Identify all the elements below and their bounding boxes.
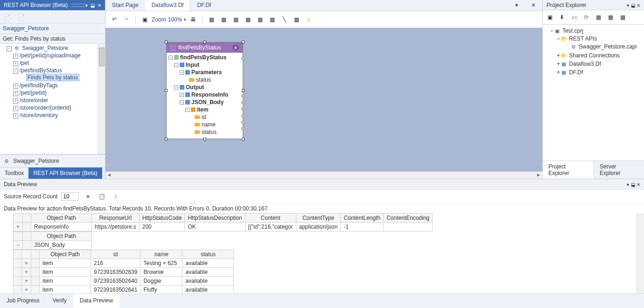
project-root[interactable]: Test.cprj [562, 28, 583, 34]
output-port[interactable] [241, 114, 245, 117]
tb-icon-6[interactable]: ▦ [605, 12, 616, 22]
output-port[interactable] [241, 121, 245, 123]
expand-icon[interactable]: + [557, 52, 560, 59]
add-doc-icon[interactable]: 📄 [2, 12, 12, 22]
output-port[interactable] [241, 127, 245, 130]
close-icon[interactable]: ✕ [525, 0, 542, 11]
resize-handle[interactable] [165, 89, 168, 92]
column-header[interactable]: id [91, 250, 140, 259]
tree-item[interactable]: /pet/{petId}/uploadImage [20, 52, 81, 59]
dropdown-icon[interactable]: ▾ [627, 3, 629, 8]
chevron-down-icon[interactable]: ▾ [184, 17, 186, 22]
collapse-icon[interactable]: − [13, 69, 18, 74]
column-header[interactable]: Content [245, 214, 296, 223]
file-swagger[interactable]: Swagger_Petstore.capi [579, 43, 637, 50]
line-icon[interactable]: ╲ [279, 14, 289, 25]
column-header[interactable]: Object Path [31, 232, 92, 241]
expand-icon[interactable]: + [13, 91, 18, 96]
expand-icon[interactable]: + [180, 93, 184, 97]
zoom-fit-icon[interactable]: ▣ [140, 14, 150, 25]
collapse-row-icon[interactable]: − [14, 241, 23, 250]
tab-job-progress[interactable]: Job Progress [0, 294, 46, 308]
vertical-scrollbar[interactable] [98, 44, 105, 154]
collapse-icon[interactable]: − [180, 70, 184, 75]
redo-icon[interactable]: ↷ [121, 14, 132, 25]
close-icon[interactable]: ✕ [98, 3, 101, 8]
column-header[interactable]: HttpStatusDescription [185, 214, 245, 223]
print-icon[interactable]: 🖶 [188, 14, 198, 25]
collapse-icon[interactable]: − [174, 63, 178, 67]
tree-item[interactable]: /pet [20, 60, 29, 66]
dropdown-icon[interactable]: ▾ [509, 0, 525, 11]
resize-handle[interactable] [242, 41, 245, 43]
grid2-icon[interactable]: ▦ [218, 14, 229, 25]
column-header[interactable]: status [182, 250, 234, 259]
expand-row-icon[interactable]: + [22, 259, 31, 268]
folder-rest-apis[interactable]: REST APIs [569, 35, 597, 42]
close-icon[interactable]: ✕ [637, 3, 640, 8]
expand-row-icon[interactable]: + [22, 286, 31, 294]
expand-icon[interactable]: + [13, 61, 18, 66]
tab-start-page[interactable]: Start Page [105, 0, 145, 11]
collapse-icon[interactable]: − [550, 28, 553, 34]
column-header[interactable]: name [140, 250, 182, 259]
pin-icon[interactable]: ⬓ [631, 182, 635, 187]
tab-data-preview[interactable]: Data Preview [73, 294, 119, 308]
tree-item[interactable]: /pet/findByTags [20, 82, 58, 89]
api-tree[interactable]: −⚙ Swagger_Petstore +/pet/{petId}/upload… [0, 44, 105, 154]
collapse-icon[interactable]: − [168, 56, 173, 60]
resize-handle[interactable] [165, 138, 168, 140]
grid3-icon[interactable]: ▦ [231, 14, 241, 25]
output-port[interactable] [241, 108, 245, 110]
tree-leaf[interactable]: Finds Pets by status [26, 74, 79, 81]
stop-icon[interactable]: ■ [83, 191, 93, 202]
horizontal-scrollbar[interactable] [105, 171, 542, 179]
source-record-count-input[interactable] [61, 192, 79, 201]
collapse-icon[interactable]: − [174, 85, 178, 90]
export-icon[interactable]: 📋 [97, 191, 107, 202]
expand-row-icon[interactable]: + [22, 277, 31, 286]
info-icon[interactable]: ℹ [111, 191, 121, 202]
tab-server-explorer[interactable]: Server Explorer [594, 161, 644, 179]
grid5-icon[interactable]: ▦ [255, 14, 265, 25]
output-port[interactable] [241, 95, 245, 97]
pin-icon[interactable]: ⬓ [631, 3, 635, 8]
expand-icon[interactable]: + [13, 84, 18, 89]
column-header[interactable]: Object Path [31, 214, 92, 223]
warning-icon[interactable]: ⚠ [303, 14, 314, 25]
grid1-icon[interactable]: ▦ [206, 14, 217, 25]
collapse-icon[interactable]: − [7, 46, 12, 51]
collapse-icon[interactable]: − [180, 100, 184, 105]
column-header[interactable]: Object Path [40, 250, 91, 259]
tb-icon-5[interactable]: ▦ [593, 12, 603, 22]
resize-handle[interactable] [203, 138, 206, 140]
tree-root[interactable]: Swagger_Petstore [22, 45, 68, 51]
tree-item[interactable]: /store/inventory [20, 112, 58, 119]
resize-handle[interactable] [203, 41, 206, 43]
expand-icon[interactable]: + [557, 69, 560, 76]
tab-toolbox[interactable]: Toolbox [0, 168, 28, 179]
tb-icon-7[interactable]: ▦ [617, 12, 628, 22]
expand-icon[interactable]: + [13, 113, 18, 119]
grid4-icon[interactable]: ▦ [243, 14, 253, 25]
tab-rest-api-browser[interactable]: REST API Browser (Beta) [28, 168, 102, 179]
tree-item[interactable]: /pet/findByStatus [20, 67, 62, 74]
collapse-icon[interactable]: − [557, 35, 560, 42]
node-header[interactable]: ⬚ findPetsByStatus ▲ [167, 42, 243, 53]
vertical-scrollbar[interactable] [637, 213, 644, 294]
output-port[interactable] [241, 57, 245, 60]
resize-handle[interactable] [165, 41, 168, 43]
column-header[interactable]: HttpStatusCode [139, 214, 185, 223]
remove-doc-icon[interactable]: 📄 [16, 12, 26, 22]
expand-icon[interactable]: + [13, 54, 18, 59]
tab-project-explorer[interactable]: Project Explorer [543, 161, 594, 179]
tree-item[interactable]: /store/order [20, 97, 48, 104]
file-df[interactable]: DF.Df [569, 69, 583, 76]
tree-item[interactable]: /pet/{petId} [20, 90, 47, 96]
undo-icon[interactable]: ↶ [109, 14, 119, 25]
resize-handle[interactable] [242, 138, 245, 140]
tab-verify[interactable]: Verify [46, 294, 73, 308]
node-findpetsbystatus[interactable]: ⬚ findPetsByStatus ▲ −findPetsByStatus −… [166, 42, 243, 139]
close-icon[interactable]: ✕ [637, 182, 640, 187]
column-header[interactable]: ContentType [296, 214, 341, 223]
